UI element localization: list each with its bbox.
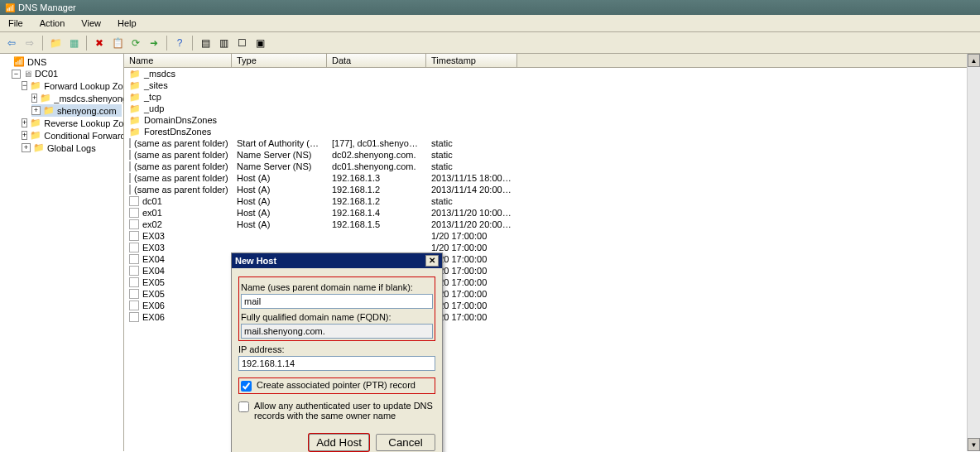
record-name: (same as parent folder) [134,137,228,149]
tool1-icon[interactable]: ▤ [197,35,214,51]
ip-input[interactable] [238,356,435,371]
grid-icon[interactable]: ▦ [65,35,82,51]
record-timestamp: 1/20 17:00:00 [426,230,517,242]
collapse-icon[interactable]: − [22,81,27,90]
add-host-button[interactable]: Add Host [309,434,369,451]
record-data: 192.168.1.3 [327,172,426,184]
record-name: ex02 [142,219,162,230]
tree-flz[interactable]: −📁Forward Lookup Zones [22,79,122,92]
scroll-down-icon[interactable]: ▼ [968,438,980,451]
server-icon: 🖥 [23,69,32,79]
record-name: dc01 [142,195,162,207]
col-ts[interactable]: Timestamp [426,54,517,67]
folder-icon: 📁 [43,105,55,116]
record-name: (same as parent folder) [134,172,228,184]
ptr-checkbox[interactable] [241,381,252,392]
record-type [232,242,327,253]
list-record-row[interactable]: ex02Host (A)192.168.1.52013/11/20 20:00:… [124,219,980,230]
record-timestamp: static [426,149,517,161]
export-icon[interactable]: ➜ [146,35,162,51]
tool3-icon[interactable]: ☐ [233,35,250,51]
record-type: Start of Authority (SOA) [232,137,327,149]
list-record-row[interactable]: (same as parent folder)Host (A)192.168.1… [124,184,980,195]
record-icon [129,138,131,148]
folder-icon: 📁 [129,114,141,126]
record-icon [129,219,139,229]
record-name: EX06 [142,311,165,323]
record-name: EX04 [142,253,165,265]
record-icon [129,243,139,252]
list-folder-row[interactable]: 📁ForestDnsZones [124,126,980,137]
menu-view[interactable]: View [73,17,109,30]
list-record-row[interactable]: ex01Host (A)192.168.1.42013/11/20 10:00:… [124,207,980,219]
vertical-scrollbar[interactable]: ▲ ▼ [967,54,980,451]
record-timestamp: static [426,195,517,207]
record-data [327,242,426,253]
close-icon[interactable]: ✕ [425,255,439,267]
help-icon[interactable]: ? [171,35,188,51]
name-input[interactable] [241,294,433,309]
expand-icon[interactable]: + [31,106,41,115]
list-folder-row[interactable]: 📁_msdcs [124,68,980,79]
forward-icon[interactable]: ⇨ [22,35,38,51]
record-data [327,230,426,242]
tree-server[interactable]: −🖥DC01 [12,68,122,79]
expand-icon[interactable]: + [22,118,27,127]
list-record-row[interactable]: EX031/20 17:00:00 [124,230,980,242]
ptr-label: Create associated pointer (PTR) record [257,380,416,390]
tree-rlz[interactable]: +📁Reverse Lookup Zones [22,117,122,129]
record-name: (same as parent folder) [134,184,228,195]
record-icon [129,266,139,276]
scroll-up-icon[interactable]: ▲ [968,54,980,67]
delete-icon[interactable]: ✖ [91,35,108,51]
record-name: EX05 [142,276,165,288]
list-record-row[interactable]: dc01Host (A)192.168.1.2static [124,195,980,207]
cancel-button[interactable]: Cancel [376,434,435,451]
list-record-row[interactable]: EX031/20 17:00:00 [124,242,980,253]
tool2-icon[interactable]: ▥ [215,35,232,51]
list-record-row[interactable]: (same as parent folder)Name Server (NS)d… [124,161,980,172]
col-type[interactable]: Type [232,54,327,67]
col-name[interactable]: Name [124,54,232,67]
expand-icon[interactable]: + [22,131,27,140]
expand-icon[interactable]: + [31,94,37,103]
scroll-thumb[interactable] [968,67,980,438]
record-icon [129,312,139,322]
menu-action[interactable]: Action [31,17,74,30]
list-folder-row[interactable]: 📁DomainDnsZones [124,114,980,126]
record-type: Host (A) [232,184,327,195]
properties-icon[interactable]: 📋 [109,35,126,51]
record-timestamp: static [426,161,517,172]
name-section: Name (uses parent domain name if blank):… [238,276,435,341]
dialog-titlebar[interactable]: New Host ✕ [232,253,442,268]
record-data: dc02.shenyong.com. [327,149,426,161]
refresh-icon[interactable]: ⟳ [127,35,144,51]
record-data: 192.168.1.5 [327,219,426,230]
menu-help[interactable]: Help [109,17,145,30]
list-folder-row[interactable]: 📁_udp [124,103,980,114]
list-record-row[interactable]: (same as parent folder)Name Server (NS)d… [124,149,980,161]
tree-gl[interactable]: +📁Global Logs [22,142,122,154]
list-folder-row[interactable]: 📁_tcp [124,91,980,103]
back-icon[interactable]: ⇦ [3,35,20,51]
folder-name: DomainDnsZones [144,114,217,126]
up-icon[interactable]: 📁 [47,35,64,51]
tree-zone-shenyong[interactable]: +📁shenyong.com [31,104,122,117]
list-folder-row[interactable]: 📁_sites [124,79,980,91]
tree-root-dns[interactable]: 📶DNS [2,55,122,68]
folder-icon: 📁 [30,130,41,141]
menu-file[interactable]: File [0,17,31,30]
list-record-row[interactable]: (same as parent folder)Start of Authorit… [124,137,980,149]
expand-icon[interactable]: + [22,143,31,152]
list-record-row[interactable]: (same as parent folder)Host (A)192.168.1… [124,172,980,184]
list-header: Name Type Data Timestamp [124,54,980,68]
tool4-icon[interactable]: ▣ [252,35,268,51]
folder-name: ForestDnsZones [144,126,211,137]
record-data: [177], dc01.shenyong.com.... [327,137,426,149]
collapse-icon[interactable]: − [12,70,21,79]
folder-icon: 📁 [129,79,141,91]
tree-zone-msdcs[interactable]: +📁_msdcs.shenyong.com [31,92,122,104]
auth-checkbox[interactable] [238,402,249,412]
col-data[interactable]: Data [327,54,426,67]
tree-cf[interactable]: +📁Conditional Forwarders [22,129,122,142]
